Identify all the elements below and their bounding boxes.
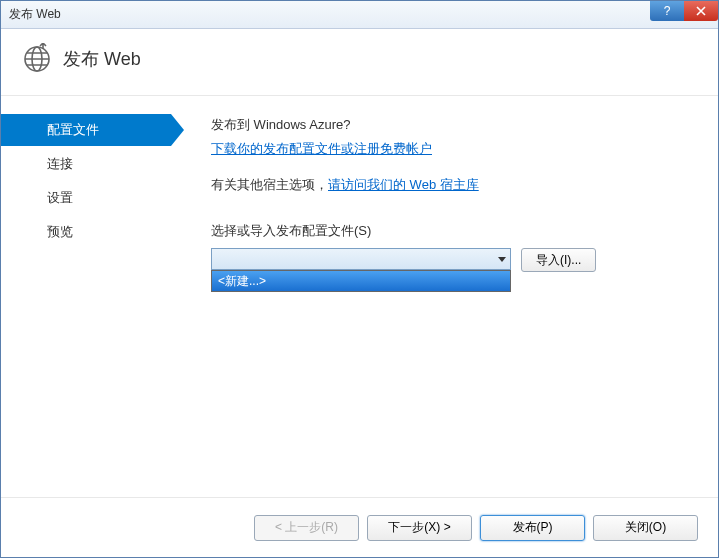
sidebar-item-label: 预览 — [47, 223, 73, 241]
dialog-title: 发布 Web — [63, 47, 141, 71]
host-options-line: 有关其他宿主选项，请访问我们的 Web 宿主库 — [211, 176, 690, 194]
combobox-option-new[interactable]: <新建...> — [212, 271, 510, 291]
close-button[interactable]: 关闭(O) — [593, 515, 698, 541]
dialog-body: 配置文件 连接 设置 预览 发布到 Windows Azure? 下载你的发布配… — [1, 96, 718, 496]
sidebar-item-label: 配置文件 — [47, 121, 99, 139]
publish-button[interactable]: 发布(P) — [480, 515, 585, 541]
profile-row: <新建...> 导入(I)... — [211, 248, 690, 272]
publish-web-dialog: 发布 Web ? 发布 Web 配置文件 连接 — [0, 0, 719, 558]
combobox-display[interactable] — [211, 248, 511, 270]
sidebar-item-profile[interactable]: 配置文件 — [1, 114, 171, 146]
publish-button-label: 发布(P) — [513, 520, 553, 534]
wizard-sidebar: 配置文件 连接 设置 预览 — [1, 96, 171, 496]
sidebar-item-settings[interactable]: 设置 — [1, 182, 171, 214]
help-button[interactable]: ? — [650, 1, 684, 21]
download-profile-link[interactable]: 下载你的发布配置文件或注册免费帐户 — [211, 141, 432, 156]
sidebar-item-label: 设置 — [47, 189, 73, 207]
profile-select-label: 选择或导入发布配置文件(S) — [211, 222, 690, 240]
prev-button-label: < 上一步(R) — [275, 520, 338, 534]
sidebar-item-preview[interactable]: 预览 — [1, 216, 171, 248]
globe-upload-icon — [21, 43, 53, 75]
host-gallery-link[interactable]: 请访问我们的 Web 宿主库 — [328, 177, 479, 192]
dialog-header: 发布 Web — [1, 29, 718, 96]
wizard-content: 发布到 Windows Azure? 下载你的发布配置文件或注册免费帐户 有关其… — [171, 96, 718, 496]
close-button-label: 关闭(O) — [625, 520, 666, 534]
close-icon — [696, 6, 706, 16]
host-prefix: 有关其他宿主选项， — [211, 177, 328, 192]
prev-button: < 上一步(R) — [254, 515, 359, 541]
sidebar-item-connection[interactable]: 连接 — [1, 148, 171, 180]
sidebar-item-label: 连接 — [47, 155, 73, 173]
profile-combobox[interactable]: <新建...> — [211, 248, 511, 270]
next-button-label: 下一步(X) > — [388, 520, 450, 534]
close-window-button[interactable] — [684, 1, 718, 21]
azure-question: 发布到 Windows Azure? — [211, 116, 690, 134]
titlebar-buttons: ? — [650, 1, 718, 21]
next-button[interactable]: 下一步(X) > — [367, 515, 472, 541]
dialog-footer: < 上一步(R) 下一步(X) > 发布(P) 关闭(O) — [1, 497, 718, 557]
combobox-dropdown: <新建...> — [211, 270, 511, 292]
window-title: 发布 Web — [9, 6, 61, 23]
import-button[interactable]: 导入(I)... — [521, 248, 596, 272]
titlebar: 发布 Web ? — [1, 1, 718, 29]
import-button-label: 导入(I)... — [536, 253, 581, 267]
chevron-down-icon — [498, 257, 506, 262]
combobox-option-label: <新建...> — [218, 273, 266, 290]
